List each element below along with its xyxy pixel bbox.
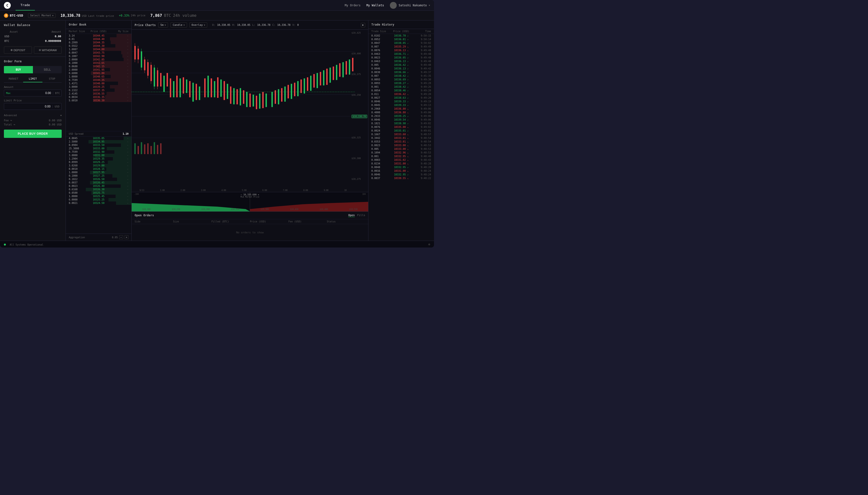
- ask-row[interactable]: 2.0000 10342.85 -: [66, 58, 131, 61]
- bid-row[interactable]: 3.0000 10331.00 -: [66, 154, 131, 157]
- fills-tab[interactable]: Fills: [357, 214, 365, 217]
- market-pair: ₿ BTC-USD: [4, 13, 23, 18]
- bid-row[interactable]: 0.0010 10328.15 -: [66, 167, 131, 171]
- my-wallets-link[interactable]: My Wallets: [366, 4, 384, 7]
- withdraw-button[interactable]: ⊖ WITHDRAW: [34, 47, 62, 54]
- bid-row[interactable]: 0.6168 10326.30 -: [66, 188, 131, 191]
- svg-rect-25: [173, 81, 175, 98]
- bid-row[interactable]: 1.0000 10325.45 -: [66, 195, 131, 198]
- sell-tab[interactable]: SELL: [33, 66, 62, 73]
- fee-row: Fee ≈ 0.00 USD: [4, 118, 62, 122]
- ask-row[interactable]: 0.2999 10344.35 -: [66, 41, 131, 44]
- agg-decrease-button[interactable]: −: [119, 235, 123, 239]
- limit-order-tab[interactable]: LIMIT: [23, 76, 43, 82]
- chevron-down-icon: ▼: [61, 114, 62, 117]
- svg-rect-42: [230, 86, 231, 104]
- ask-row[interactable]: 0.0047 10343.75 -: [66, 51, 131, 54]
- bid-row[interactable]: 2.5000 10334.95 -: [66, 140, 131, 143]
- svg-rect-40: [224, 81, 225, 100]
- buy-tab[interactable]: BUY: [4, 66, 33, 73]
- svg-rect-26: [176, 76, 178, 98]
- play-button[interactable]: ▶: [361, 23, 365, 27]
- status-dot: [4, 244, 6, 245]
- overlay-dropdown[interactable]: Overlay ▼: [190, 22, 208, 28]
- chart-type-dropdown[interactable]: Candle ▼: [170, 22, 187, 28]
- svg-rect-46: [243, 90, 244, 104]
- bid-row[interactable]: 0.0023 10326.40 -: [66, 184, 131, 188]
- svg-rect-35: [208, 76, 209, 98]
- open-tab[interactable]: Open: [348, 214, 355, 217]
- total-row: Total ≈ 0.00 USD: [4, 122, 62, 127]
- ask-row[interactable]: 1.0000 10340.65 -: [66, 75, 131, 78]
- ask-row[interactable]: 0.0034 10336.35 -: [66, 95, 131, 99]
- svg-rect-22: [163, 76, 165, 92]
- ask-row[interactable]: 2.4145 10336.55 -: [66, 92, 131, 95]
- bid-row[interactable]: 6.0000 10325.25 -: [66, 198, 131, 202]
- bid-row[interactable]: 0.0037 10326.45 -: [66, 181, 131, 184]
- market-order-tab[interactable]: MARKET: [4, 76, 23, 82]
- trade-row: 0.1821 10338.98 ↗ 9:49:02: [369, 122, 434, 125]
- ask-row[interactable]: 1.0007 10344.00 -: [66, 48, 131, 51]
- svg-rect-49: [252, 95, 254, 106]
- bid-row[interactable]: 0.0021 10324.50 -: [66, 202, 131, 205]
- bid-row[interactable]: 1.2904 10329.35 -: [66, 157, 131, 160]
- user-menu[interactable]: Satoshi Nakamoto ▼: [390, 2, 430, 9]
- bid-row[interactable]: 1.0000 10327.95 -: [66, 171, 131, 174]
- ask-row[interactable]: 0.0688 10342.15 -: [66, 65, 131, 68]
- deposit-button[interactable]: ⊕ DEPOSIT: [4, 47, 32, 54]
- trade-row: 0.0952 10336.81 ↗ 9:50:14: [369, 37, 434, 41]
- ask-row[interactable]: 0.6000 10341.80 -: [66, 71, 131, 75]
- svg-rect-65: [307, 77, 308, 91]
- bid-row[interactable]: 0.0984 10333.50 -: [66, 143, 131, 147]
- svg-rect-72: [329, 67, 331, 83]
- nav-tab-trade[interactable]: Trade: [16, 0, 35, 11]
- main-content: Wallet Balance Asset Amount USD0.00BTC0.…: [0, 20, 434, 241]
- ask-row[interactable]: 1.4371 10340.00 -: [66, 82, 131, 85]
- bid-row[interactable]: 3.0268 10329.00 -: [66, 164, 131, 167]
- agg-increase-button[interactable]: +: [125, 235, 129, 239]
- ask-row[interactable]: 3.14 10344.45 -: [66, 34, 131, 37]
- bid-row[interactable]: 0.0999 10329.25 -: [66, 160, 131, 164]
- ask-row[interactable]: 0.01 10344.40 -: [66, 37, 131, 41]
- price-change-label: 24h price: [131, 14, 146, 17]
- ask-row[interactable]: 0.5922 10344.30 -: [66, 44, 131, 48]
- trade-row: 0.011 10336.42 ↘ 9:49:20: [369, 92, 434, 96]
- settings-icon[interactable]: ⚙: [428, 243, 430, 246]
- ask-row[interactable]: 0.1000 10342.65 -: [66, 61, 131, 65]
- svg-rect-70: [323, 70, 325, 85]
- app-logo[interactable]: C: [4, 2, 11, 9]
- max-button[interactable]: Max: [4, 92, 13, 95]
- amount-group: Amount Max BTC: [4, 86, 62, 97]
- chart-header: Price Charts 5m ▼ Candle ▼ Overlay ▼ O: …: [132, 20, 368, 30]
- agg-controls: 0.05 − +: [112, 235, 129, 239]
- svg-rect-33: [199, 86, 200, 100]
- ask-row[interactable]: 0.7599 10340.35 -: [66, 78, 131, 82]
- bid-row[interactable]: 0.1000 10327.25 -: [66, 174, 131, 177]
- bid-row[interactable]: 0.1022 10326.50 -: [66, 177, 131, 181]
- ask-row[interactable]: 0.1322 10337.35 -: [66, 88, 131, 92]
- bid-row[interactable]: 25.3000 10333.00 -: [66, 147, 131, 150]
- trade-row: 0.0027 10338.63 ↗ 9:49:20: [369, 96, 434, 100]
- bid-row[interactable]: 0.7599 10332.90 -: [66, 150, 131, 154]
- ask-row[interactable]: 5.6010 10336.30 -: [66, 99, 131, 102]
- bid-row[interactable]: 0.0500 10325.75 -: [66, 191, 131, 195]
- open-orders-cols: Side Size Filled (BTC) Price (USD) Fee (…: [132, 219, 368, 224]
- select-market-button[interactable]: Select Market ▼: [28, 13, 56, 18]
- place-order-button[interactable]: PLACE BUY ORDER: [4, 130, 62, 138]
- timeframe-dropdown[interactable]: 5m ▼: [158, 22, 168, 28]
- limit-price-input[interactable]: [4, 103, 52, 109]
- amount-input[interactable]: [13, 90, 53, 96]
- svg-rect-21: [160, 73, 162, 86]
- trade-row: 0.0076 10336.13 ↘ 9:49:48: [369, 49, 434, 52]
- advanced-toggle[interactable]: Advanced ▼: [4, 112, 62, 118]
- svg-rect-43: [233, 88, 235, 104]
- stop-order-tab[interactable]: STOP: [43, 76, 62, 82]
- last-price-section: 10,336.78 USD Last trade price: [61, 13, 114, 18]
- ask-row[interactable]: 2.0000 10341.95 -: [66, 68, 131, 71]
- my-orders-link[interactable]: My Orders: [345, 4, 361, 7]
- ask-row[interactable]: 3.0000 10339.25 -: [66, 85, 131, 88]
- svg-rect-86: [153, 142, 155, 154]
- bid-row[interactable]: 4.0045 10335.05 -: [66, 137, 131, 140]
- svg-rect-71: [326, 69, 328, 85]
- ask-row[interactable]: 0.1007 10342.90 -: [66, 54, 131, 58]
